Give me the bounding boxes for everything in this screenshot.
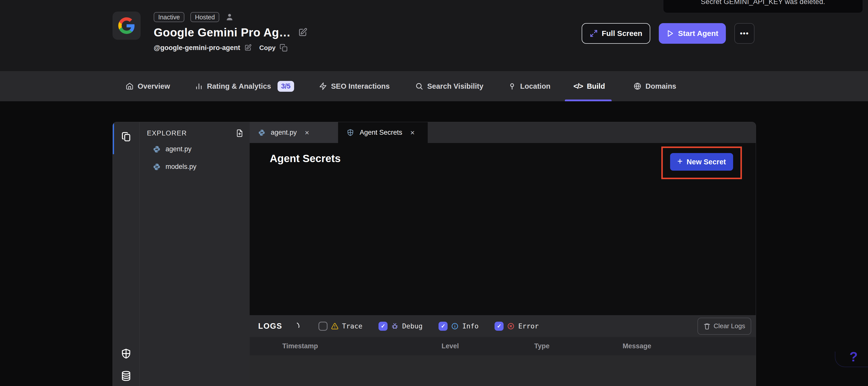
help-button[interactable]: ?: [849, 349, 858, 364]
python-icon: [258, 129, 265, 136]
plus-icon: +: [677, 156, 683, 167]
code-icon: </>: [574, 82, 583, 90]
secrets-shield-icon[interactable]: [121, 348, 132, 359]
tab-label: Domains: [646, 82, 676, 90]
info-circle-icon: [451, 322, 459, 330]
editor-area: agent.py × Agent Secrets × Agent Secrets…: [250, 122, 756, 386]
full-screen-label: Full Screen: [602, 29, 643, 38]
secrets-heading: Agent Secrets: [270, 152, 341, 165]
tab-label: Build: [587, 82, 605, 90]
close-tab-icon[interactable]: ×: [305, 129, 309, 137]
file-item-models-py[interactable]: models.py: [153, 163, 196, 171]
tab-domains[interactable]: Domains: [633, 71, 676, 101]
error-circle-icon: [507, 322, 515, 330]
bar-chart-icon: [195, 82, 203, 90]
agent-handle: @google-gemini-pro-agent: [154, 44, 240, 52]
tab-build[interactable]: </> Build: [574, 71, 605, 101]
copy-handle-button[interactable]: Copy: [259, 44, 276, 52]
toast-message: Secret GEMINI_API_KEY was deleted.: [701, 0, 825, 6]
toast-notification: Secret GEMINI_API_KEY was deleted.: [663, 0, 863, 13]
filter-error[interactable]: ✓ Error: [495, 322, 538, 331]
col-type: Type: [534, 337, 550, 355]
error-checkbox[interactable]: ✓: [495, 322, 503, 331]
logs-table-body-empty: [250, 355, 756, 386]
col-timestamp: Timestamp: [282, 337, 318, 355]
highlight-annotation-box: + New Secret: [661, 147, 742, 179]
file-item-agent-py[interactable]: agent.py: [153, 145, 192, 153]
files-icon[interactable]: [121, 131, 132, 142]
active-tab-underline: [565, 99, 612, 101]
trace-checkbox[interactable]: ✓: [318, 322, 328, 331]
play-icon: [666, 30, 674, 37]
tab-overview[interactable]: Overview: [126, 71, 170, 101]
new-secret-button[interactable]: + New Secret: [670, 153, 733, 171]
filter-label: Trace: [342, 322, 363, 330]
editor-tab-agent-py[interactable]: agent.py ×: [250, 122, 338, 143]
ellipsis-icon: •••: [740, 29, 749, 37]
clear-logs-button[interactable]: Clear Logs: [698, 318, 751, 335]
python-icon: [153, 146, 160, 153]
trash-icon: [704, 323, 711, 330]
more-menu-button[interactable]: •••: [734, 23, 754, 44]
expand-icon: [590, 29, 598, 37]
main-nav: Overview Rating & Analytics 3/5 SEO Inte…: [0, 71, 868, 101]
close-tab-icon[interactable]: ×: [410, 129, 415, 137]
pin-icon: [508, 82, 516, 90]
page-title: Google Gemini Pro Ag…: [154, 26, 291, 39]
tab-label: Location: [520, 82, 551, 90]
agent-secrets-view: Agent Secrets + New Secret: [250, 143, 756, 315]
col-message: Message: [623, 337, 651, 355]
search-icon: [415, 82, 423, 90]
shield-icon: [347, 129, 354, 137]
logs-title: LOGS: [258, 322, 282, 331]
agent-logo: [113, 11, 141, 40]
tab-seo-interactions[interactable]: SEO Interactions: [319, 71, 390, 101]
tool-strip: [113, 122, 140, 386]
google-g-icon: [118, 17, 135, 34]
tab-label: agent.py: [271, 129, 297, 137]
start-agent-button[interactable]: Start Agent: [659, 23, 726, 44]
explorer-title: EXPLORER: [147, 129, 187, 137]
filter-label: Debug: [402, 322, 423, 330]
new-file-icon[interactable]: [236, 129, 244, 137]
new-secret-label: New Secret: [687, 158, 726, 166]
tab-location[interactable]: Location: [508, 71, 551, 101]
tab-label: SEO Interactions: [331, 82, 390, 90]
app-header: Inactive Hosted Google Gemini Pro Ag… @g…: [0, 0, 868, 71]
filter-debug[interactable]: ✓ Debug: [378, 322, 423, 331]
tab-rating-analytics[interactable]: Rating & Analytics 3/5: [195, 71, 294, 101]
logs-toolbar: LOGS ✓ Trace ✓ Debug: [250, 315, 756, 337]
start-agent-label: Start Agent: [678, 29, 718, 38]
logs-table-header: Timestamp Level Type Message: [250, 337, 756, 355]
filter-trace[interactable]: ✓ Trace: [318, 322, 363, 331]
file-name: agent.py: [165, 145, 192, 153]
tab-label: Agent Secrets: [360, 129, 402, 137]
debug-checkbox[interactable]: ✓: [378, 322, 388, 331]
lightning-icon: [319, 82, 327, 90]
bug-icon: [391, 322, 399, 330]
status-badge-hosted: Hosted: [190, 12, 219, 22]
active-tool-indicator: [113, 123, 114, 154]
warning-triangle-icon: [331, 322, 339, 330]
col-level: Level: [441, 337, 459, 355]
explorer-panel: EXPLORER agent.py models.py: [140, 122, 250, 386]
edit-handle-icon[interactable]: [244, 44, 252, 52]
rating-count-badge: 3/5: [278, 81, 294, 92]
clear-logs-label: Clear Logs: [714, 322, 745, 330]
edit-title-icon[interactable]: [298, 28, 307, 37]
python-icon: [153, 163, 160, 171]
filter-info[interactable]: ✓ Info: [438, 322, 478, 331]
full-screen-button[interactable]: Full Screen: [582, 23, 651, 44]
copy-icon[interactable]: [280, 44, 287, 52]
filter-label: Info: [462, 322, 478, 330]
database-icon[interactable]: [121, 370, 132, 382]
filter-label: Error: [518, 322, 538, 330]
file-name: models.py: [165, 163, 196, 171]
build-panel: EXPLORER agent.py models.py: [113, 122, 756, 386]
home-icon: [126, 82, 134, 90]
info-checkbox[interactable]: ✓: [438, 322, 447, 331]
tab-label: Overview: [137, 82, 170, 90]
logs-spinner-icon: [290, 321, 300, 331]
tab-search-visibility[interactable]: Search Visibility: [415, 71, 484, 101]
editor-tab-agent-secrets[interactable]: Agent Secrets ×: [338, 122, 428, 143]
